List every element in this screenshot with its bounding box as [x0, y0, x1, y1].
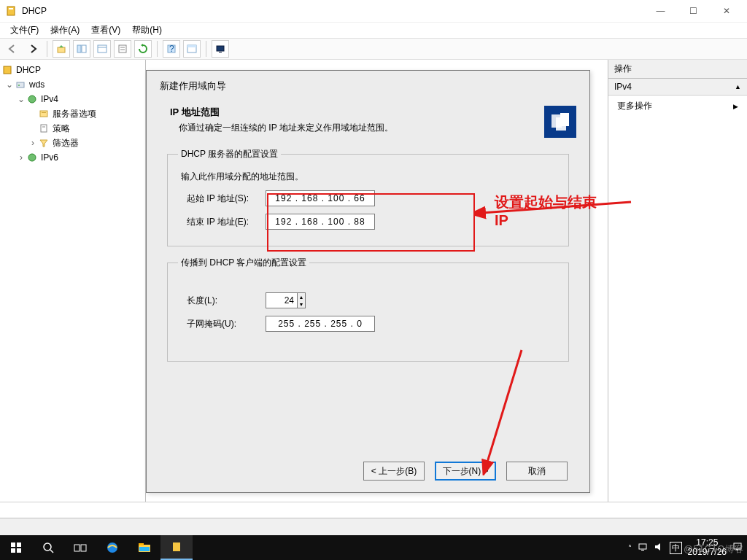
tree-filter[interactable]: › 筛选器: [1, 136, 144, 150]
toolbar: ?: [0, 38, 747, 60]
svg-rect-5: [98, 45, 107, 52]
wizard-subheading: 你通过确定一组连续的 IP 地址来定义作用域地址范围。: [170, 122, 393, 134]
svg-line-35: [50, 550, 53, 553]
menu-view[interactable]: 查看(V): [85, 23, 126, 38]
svg-rect-16: [4, 66, 11, 74]
svg-rect-32: [11, 548, 15, 553]
toolbar-up-button[interactable]: [53, 40, 70, 58]
actions-header: 操作: [608, 60, 747, 79]
toolbar-back-button[interactable]: [4, 40, 21, 58]
start-ip-label: 起始 IP 地址(S):: [178, 192, 266, 205]
server-icon: [1, 64, 13, 76]
tree-label: 服务器选项: [53, 108, 96, 120]
svg-point-24: [28, 154, 36, 161]
svg-text:?: ?: [169, 44, 174, 54]
app-icon: [4, 4, 18, 18]
spin-up-icon[interactable]: ▲: [298, 293, 305, 300]
tray-network-icon[interactable]: [638, 542, 648, 554]
svg-rect-31: [17, 542, 21, 547]
subnet-mask-input[interactable]: 255 . 255 . 255 . 0: [266, 316, 375, 332]
taskbar-ie-button[interactable]: [96, 535, 128, 560]
annotation-text: 设置起始与结束IP: [495, 192, 608, 229]
toolbar-properties-button[interactable]: [93, 40, 111, 58]
task-view-button[interactable]: [64, 535, 96, 560]
tree-collapse-icon[interactable]: ⌄: [16, 94, 26, 104]
ime-indicator[interactable]: 中: [670, 542, 682, 554]
inner-statusbar: [0, 502, 747, 518]
window-minimize-button[interactable]: —: [644, 0, 677, 22]
svg-point-19: [28, 96, 36, 103]
tree-server-options[interactable]: 服务器选项: [1, 106, 144, 121]
toolbar-export-button[interactable]: [114, 40, 131, 58]
window-maximize-button[interactable]: ☐: [677, 0, 710, 22]
server-node-icon: [15, 79, 26, 90]
taskbar-explorer-button[interactable]: [128, 535, 160, 560]
tree-expand-icon[interactable]: ›: [28, 138, 38, 148]
spin-down-icon[interactable]: ▼: [298, 300, 305, 308]
actions-selected-ipv4[interactable]: IPv4 ▲: [608, 79, 747, 96]
range-instruction: 输入此作用域分配的地址范围。: [181, 171, 558, 183]
svg-rect-21: [42, 112, 46, 113]
svg-rect-42: [173, 542, 180, 551]
tray-overflow-icon[interactable]: ˄: [628, 544, 632, 552]
statusbar: [0, 518, 747, 535]
options-icon: [38, 108, 50, 120]
filter-icon: [38, 137, 50, 149]
cancel-button[interactable]: 取消: [506, 462, 568, 481]
taskbar-search-button[interactable]: [32, 535, 64, 560]
length-input[interactable]: [266, 292, 298, 308]
svg-rect-22: [41, 125, 47, 132]
toolbar-separator: [206, 41, 206, 57]
tree-policy[interactable]: 策略: [1, 121, 144, 136]
group-legend: 传播到 DHCP 客户端的配置设置: [178, 257, 309, 269]
actions-more[interactable]: 更多操作 ▶: [608, 96, 747, 117]
toolbar-view-button[interactable]: [183, 40, 201, 58]
window-title: DHCP: [22, 6, 644, 16]
wizard-heading: IP 地址范围: [170, 106, 220, 117]
tree-pane: DHCP ⌄ wds ⌄ IPv4 服务器选项 策略 › 筛选器 › IPv: [0, 60, 146, 502]
window-close-button[interactable]: ✕: [710, 0, 743, 22]
svg-rect-0: [7, 7, 15, 15]
back-button[interactable]: < 上一步(B): [363, 462, 425, 481]
tray-volume-icon[interactable]: [654, 542, 664, 554]
start-ip-input[interactable]: 192 . 168 . 100 . 66: [266, 190, 375, 206]
taskbar: ˄ 中 17:25 2019/7/26 @51CTO博客: [0, 535, 747, 560]
tree-server-wds[interactable]: ⌄ wds: [1, 77, 144, 92]
length-spinner[interactable]: ▲▼: [266, 292, 306, 308]
length-label: 长度(L):: [178, 295, 266, 307]
tree-root-dhcp[interactable]: DHCP: [1, 63, 144, 77]
wizard-header-icon: [544, 106, 576, 138]
menu-help[interactable]: 帮助(H): [126, 23, 168, 38]
svg-rect-27: [560, 113, 569, 126]
toolbar-refresh-button[interactable]: [134, 40, 152, 58]
toolbar-forward-button[interactable]: [24, 40, 42, 58]
menu-file[interactable]: 文件(F): [4, 23, 44, 38]
svg-rect-41: [139, 547, 150, 551]
toolbar-help-button[interactable]: ?: [163, 40, 180, 58]
svg-point-34: [44, 543, 51, 551]
tree-label: IPv6: [41, 152, 58, 163]
tree-ipv4[interactable]: ⌄ IPv4: [1, 92, 144, 106]
toolbar-monitor-button[interactable]: [212, 40, 229, 58]
policy-icon: [38, 122, 50, 134]
svg-rect-14: [217, 46, 224, 51]
end-ip-input[interactable]: 192 . 168 . 100 . 88: [266, 214, 375, 230]
svg-rect-3: [77, 45, 81, 52]
menu-action[interactable]: 操作(A): [44, 23, 85, 38]
svg-rect-36: [74, 545, 80, 551]
next-button[interactable]: 下一步(N) >: [435, 462, 496, 481]
svg-rect-33: [17, 548, 21, 553]
actions-pane: 操作 IPv4 ▲ 更多操作 ▶: [608, 60, 747, 502]
tree-label: DHCP: [16, 65, 41, 75]
tree-ipv6[interactable]: › IPv6: [1, 150, 144, 165]
menubar: 文件(F) 操作(A) 查看(V) 帮助(H): [0, 22, 747, 38]
tree-collapse-icon[interactable]: ⌄: [4, 79, 15, 90]
taskbar-dhcp-button[interactable]: [160, 535, 193, 560]
tree-expand-icon[interactable]: ›: [16, 152, 26, 163]
window-titlebar: DHCP — ☐ ✕: [0, 0, 747, 22]
svg-rect-2: [58, 47, 65, 52]
tree-label: 策略: [53, 122, 70, 135]
toolbar-separator: [157, 41, 158, 57]
toolbar-show-hide-tree-button[interactable]: [73, 40, 90, 58]
start-button[interactable]: [0, 535, 32, 560]
